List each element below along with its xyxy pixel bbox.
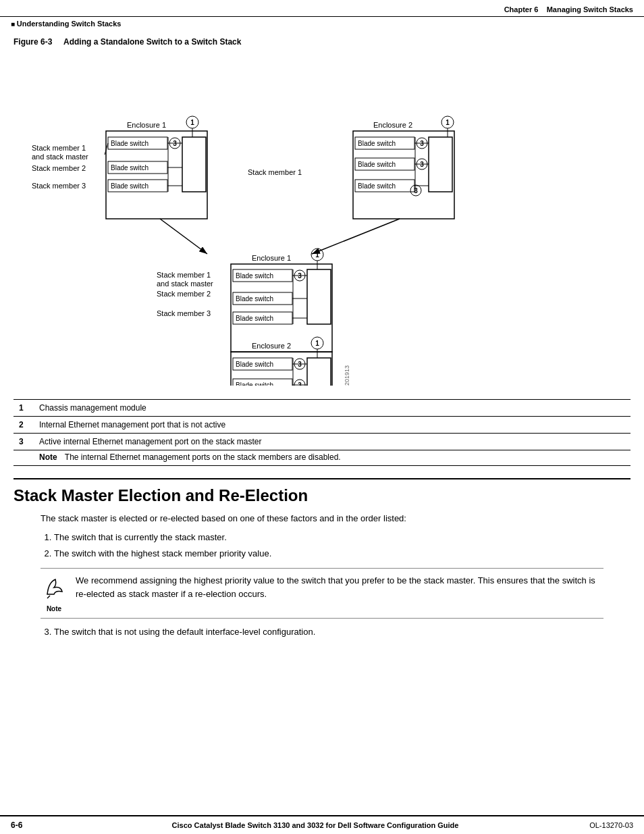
svg-text:Blade switch: Blade switch <box>236 315 273 322</box>
legend-note-row: Note The internal Ethernet management po… <box>14 450 630 466</box>
svg-text:Stack member 3: Stack member 3 <box>157 309 211 317</box>
page-header: Chapter 6 Managing Switch Stacks <box>0 0 644 17</box>
svg-text:3: 3 <box>414 187 418 194</box>
legend-row-3: 3 Active internal Ethernet management po… <box>14 434 630 450</box>
svg-text:Stack member 2: Stack member 2 <box>157 290 211 298</box>
numbered-list: The switch that is currently the stack m… <box>54 531 603 562</box>
svg-text:Blade switch: Blade switch <box>236 361 273 368</box>
diagram-svg: Enclosure 1 Stack member 1 and stack mas… <box>18 55 626 386</box>
list-item-2: The switch with the highest stack member… <box>54 547 603 561</box>
svg-text:Blade switch: Blade switch <box>111 164 149 172</box>
legend-num-3: 3 <box>14 434 34 450</box>
header-chapter: Chapter 6 <box>504 5 539 14</box>
diagram-container: Enclosure 1 Stack member 1 and stack mas… <box>14 55 630 386</box>
legend-text-1: Chassis management module <box>34 400 630 417</box>
svg-text:201913: 201913 <box>344 365 350 386</box>
footer-title: Cisco Catalyst Blade Switch 3130 and 303… <box>51 821 579 829</box>
list-item-3: The switch that is not using the default… <box>54 625 603 640</box>
legend-note-cell: Note The internal Ethernet management po… <box>34 450 630 466</box>
svg-text:and stack master: and stack master <box>32 153 88 161</box>
legend-row-2: 2 Internal Ethernet management port that… <box>14 417 630 434</box>
legend-text-2: Internal Ethernet management port that i… <box>34 417 630 434</box>
svg-text:Stack member 1: Stack member 1 <box>248 168 302 176</box>
svg-rect-90 <box>307 358 331 386</box>
sub-header-text: Understanding Switch Stacks <box>17 20 122 28</box>
figure-area: Figure 6-3 Adding a Standalone Switch to… <box>0 30 644 392</box>
note-icon: Note <box>41 575 68 613</box>
legend-num-2: 2 <box>14 417 34 434</box>
svg-text:1: 1 <box>315 340 319 347</box>
svg-line-46 <box>160 219 207 254</box>
note-box: Note We recommend assigning the highest … <box>41 568 603 619</box>
figure-label: Figure 6-3 <box>14 37 52 47</box>
numbered-list-cont: The switch that is not using the default… <box>54 625 603 640</box>
list-item-1: The switch that is currently the stack m… <box>54 531 603 545</box>
header-spacer <box>538 5 546 14</box>
svg-text:Blade switch: Blade switch <box>358 182 396 190</box>
legend-num-1: 1 <box>14 400 34 417</box>
svg-text:Enclosure 1: Enclosure 1 <box>252 254 291 262</box>
svg-text:Stack member 1: Stack member 1 <box>157 271 211 279</box>
svg-text:Enclosure 2: Enclosure 2 <box>252 342 291 350</box>
svg-line-95 <box>47 596 50 598</box>
footer-doc-num: OL-13270-03 <box>579 821 633 829</box>
header-section: Managing Switch Stacks <box>547 5 633 14</box>
legend-table: 1 Chassis management module 2 Internal E… <box>14 399 630 466</box>
note-word: Note <box>41 605 68 613</box>
svg-text:Enclosure 1: Enclosure 1 <box>127 121 166 129</box>
note-content: We recommend assigning the highest prior… <box>76 574 603 600</box>
svg-text:Stack member 1: Stack member 1 <box>32 144 86 152</box>
svg-text:Blade switch: Blade switch <box>111 182 149 190</box>
section-heading: Stack Master Election and Re-Election <box>14 478 630 505</box>
svg-text:Blade switch: Blade switch <box>236 295 273 303</box>
page-footer: 6-6 Cisco Catalyst Blade Switch 3130 and… <box>0 815 644 834</box>
svg-text:Stack member 2: Stack member 2 <box>32 164 86 172</box>
svg-text:Blade switch: Blade switch <box>236 382 273 386</box>
svg-text:Blade switch: Blade switch <box>111 140 149 147</box>
figure-title: Adding a Standalone Switch to a Switch S… <box>63 37 241 47</box>
svg-text:and stack master: and stack master <box>157 280 213 288</box>
footer-page-num: 6-6 <box>11 820 51 830</box>
svg-text:Blade switch: Blade switch <box>236 272 273 280</box>
figure-caption: Figure 6-3 Adding a Standalone Switch to… <box>14 37 630 47</box>
svg-rect-19 <box>182 137 206 192</box>
legend-note-label: Note <box>39 452 57 462</box>
svg-rect-67 <box>307 269 331 324</box>
svg-text:1: 1 <box>190 119 194 126</box>
legend-text-3: Active internal Ethernet management port… <box>34 434 630 450</box>
svg-line-47 <box>312 219 400 254</box>
svg-text:Enclosure 2: Enclosure 2 <box>373 121 412 129</box>
legend-row-1: 1 Chassis management module <box>14 400 630 417</box>
svg-text:1: 1 <box>315 251 319 259</box>
svg-text:1: 1 <box>446 119 450 126</box>
note-text: We recommend assigning the highest prior… <box>76 575 595 599</box>
svg-rect-45 <box>429 137 452 192</box>
sub-header: Understanding Switch Stacks <box>0 17 644 30</box>
svg-text:Stack member 3: Stack member 3 <box>32 182 86 190</box>
legend-note-text: The internal Ethernet management ports o… <box>65 452 341 462</box>
svg-text:Blade switch: Blade switch <box>358 140 396 147</box>
svg-text:Blade switch: Blade switch <box>358 161 396 168</box>
section-intro: The stack master is elected or re-electe… <box>41 512 603 525</box>
